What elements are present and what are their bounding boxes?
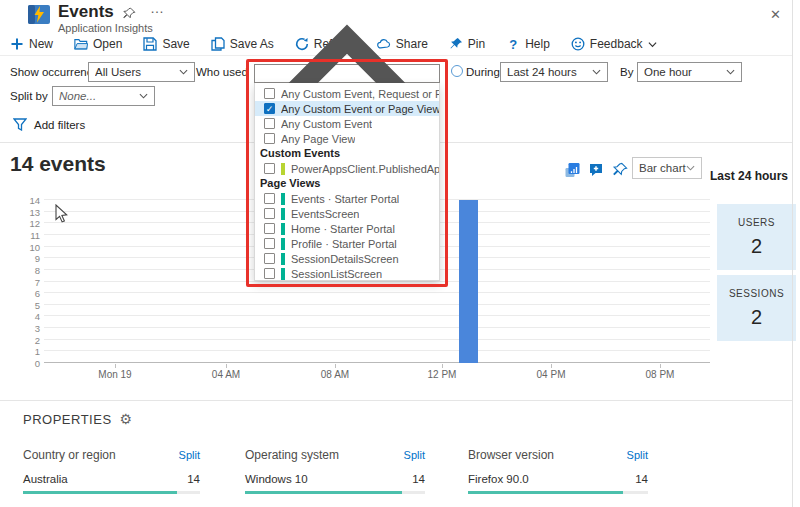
pin-chart-icon[interactable] xyxy=(612,162,628,178)
application-insights-icon xyxy=(28,5,50,24)
dropdown-option-label: Home · Starter Portal xyxy=(291,223,395,235)
property-header: Operating system xyxy=(245,448,339,462)
dropdown-option[interactable]: Any Custom Event xyxy=(255,116,439,131)
pin-blade-icon[interactable] xyxy=(122,7,136,21)
checkbox[interactable] xyxy=(264,208,275,219)
checkbox-checked[interactable]: ✓ xyxy=(264,103,275,114)
y-axis-label: 7 xyxy=(35,276,40,287)
checkbox[interactable] xyxy=(264,133,275,144)
property-value-label: Australia xyxy=(23,473,68,485)
checkbox[interactable] xyxy=(264,268,275,279)
gridline xyxy=(44,327,710,328)
toolbar-item-label: Save xyxy=(162,37,189,51)
toolbar-save-button[interactable]: Save xyxy=(143,37,189,51)
kpi-label: USERS xyxy=(717,217,796,228)
close-blade-button[interactable]: ✕ xyxy=(764,5,787,24)
toolbar-open-button[interactable]: Open xyxy=(74,37,122,51)
chevron-down-icon xyxy=(686,165,695,171)
y-axis-label: 14 xyxy=(29,195,40,206)
series-color-bar xyxy=(281,268,285,280)
more-options-button[interactable]: … xyxy=(150,0,165,16)
dropdown-group-header: Custom Events xyxy=(255,146,439,161)
who-used-label: Who used xyxy=(196,66,248,78)
checkbox[interactable] xyxy=(264,163,275,174)
logs-icon[interactable] xyxy=(564,162,580,178)
property-row[interactable]: Firefox 90.014 xyxy=(468,473,648,485)
gridline xyxy=(44,315,710,316)
dropdown-option[interactable]: Home · Starter Portal xyxy=(255,221,439,236)
x-axis-label: 04 PM xyxy=(537,369,566,380)
dropdown-option[interactable]: SessionListScreen xyxy=(255,266,439,281)
x-axis-label: Mon 19 xyxy=(98,369,131,380)
y-axis-label: 13 xyxy=(29,206,40,217)
dropdown-option[interactable]: SessionDetailsScreen xyxy=(255,251,439,266)
who-used-select[interactable]: Any Custom Event or Page View xyxy=(254,64,440,83)
x-axis-tick xyxy=(115,364,116,368)
dropdown-option[interactable]: Events · Starter Portal xyxy=(255,191,439,206)
properties-title: PROPERTIES xyxy=(23,412,112,427)
dropdown-option[interactable]: ✓Any Custom Event or Page View xyxy=(255,101,439,116)
help-icon: ? xyxy=(506,37,520,51)
dropdown-option-label: SessionDetailsScreen xyxy=(291,253,399,265)
by-select[interactable]: One hour xyxy=(637,62,742,82)
dropdown-option[interactable]: Any Page View xyxy=(255,131,439,146)
save-as-icon xyxy=(211,37,225,51)
dropdown-option[interactable]: Profile · Starter Portal xyxy=(255,236,439,251)
show-occurrences-select[interactable]: All Users xyxy=(88,62,195,82)
split-link[interactable]: Split xyxy=(404,449,425,461)
property-column-browser-version: Browser versionSplitFirefox 90.014 xyxy=(468,448,648,494)
dropdown-option-label: EventsScreen xyxy=(291,208,359,220)
property-bar-fill xyxy=(23,491,177,494)
add-filters-button[interactable]: Add filters xyxy=(13,118,85,131)
dropdown-option[interactable]: EventsScreen xyxy=(255,206,439,221)
dropdown-option-label: Any Custom Event or Page View xyxy=(281,103,439,115)
property-row[interactable]: Windows 1014 xyxy=(245,473,425,485)
checkbox[interactable] xyxy=(264,193,275,204)
toolbar-help-button[interactable]: ?Help xyxy=(506,37,550,51)
x-axis-label: 04 AM xyxy=(212,369,240,380)
series-color-bar xyxy=(281,193,285,205)
property-value-label: Windows 10 xyxy=(245,473,308,485)
toolbar-item-label: Feedback xyxy=(590,37,643,51)
property-count: 14 xyxy=(635,473,648,485)
gear-icon[interactable]: ⚙ xyxy=(120,411,133,427)
checkbox[interactable] xyxy=(264,253,275,264)
split-link[interactable]: Split xyxy=(179,449,200,461)
time-range-label: Last 24 hours xyxy=(706,169,792,183)
checkbox[interactable] xyxy=(264,88,275,99)
property-count: 14 xyxy=(412,473,425,485)
y-axis-label: 9 xyxy=(35,253,40,264)
dropdown-option[interactable]: PowerAppsClient.PublishedApp.AppInfo.O..… xyxy=(255,161,439,176)
event-bar[interactable] xyxy=(459,200,478,363)
y-axis-label: 12 xyxy=(29,218,40,229)
x-axis-tick xyxy=(551,364,552,368)
show-occurrences-value: All Users xyxy=(95,66,179,78)
split-by-select[interactable]: None... xyxy=(52,86,155,106)
property-column-country-or-region: Country or regionSplitAustralia14 xyxy=(23,448,200,494)
toolbar-new-button[interactable]: New xyxy=(10,37,53,51)
checkbox[interactable] xyxy=(264,238,275,249)
users-card[interactable]: USERS2 xyxy=(717,204,796,270)
checkbox[interactable] xyxy=(264,118,275,129)
during-select[interactable]: Last 24 hours xyxy=(500,62,608,82)
property-count: 14 xyxy=(187,473,200,485)
feedback-bubble-icon[interactable] xyxy=(588,162,604,178)
split-by-label: Split by xyxy=(10,90,48,102)
kpi-value: 2 xyxy=(717,306,796,329)
toolbar-feedback-button[interactable]: Feedback xyxy=(571,37,657,51)
toolbar-pin-button[interactable]: Pin xyxy=(449,37,485,51)
property-bar-track xyxy=(468,491,648,494)
dropdown-option-label: Events · Starter Portal xyxy=(291,193,399,205)
series-color-bar xyxy=(281,223,285,235)
property-row[interactable]: Australia14 xyxy=(23,473,200,485)
split-link[interactable]: Split xyxy=(627,449,648,461)
sessions-card[interactable]: SESSIONS2 xyxy=(717,275,796,341)
chart-type-select[interactable]: Bar chart xyxy=(632,157,702,179)
dropdown-option[interactable]: Any Custom Event, Request or Page View xyxy=(255,86,439,101)
x-axis: Mon 1904 AM08 AM12 PM04 PM08 PM xyxy=(44,369,710,383)
during-value: Last 24 hours xyxy=(507,66,592,78)
events-blade: Events … Application Insights ✕ NewOpenS… xyxy=(0,0,800,507)
property-header: Country or region xyxy=(23,448,116,462)
by-value: One hour xyxy=(644,66,726,78)
checkbox[interactable] xyxy=(264,223,275,234)
